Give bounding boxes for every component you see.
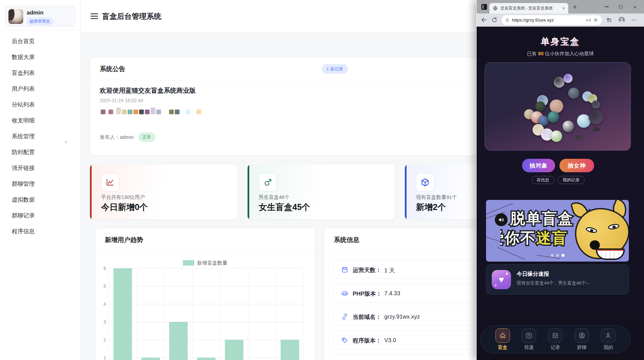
draw-partner-button[interactable]: 抽对象 (522, 159, 555, 172)
nav-label: 投递 (524, 344, 534, 351)
announcement-thumbnail (116, 108, 121, 114)
profile-avatar-icon[interactable] (618, 16, 625, 24)
my-records-button[interactable]: 我的记录 (557, 176, 585, 184)
nav-item-3[interactable]: 群聊 (575, 328, 589, 351)
member-avatar (589, 110, 603, 124)
promo-banner[interactable]: 脱单盲盒 爱你不迷盲 (486, 200, 629, 262)
favorites-hub-icon[interactable] (606, 17, 612, 23)
sidebar-item-12[interactable]: 程序信息 (0, 223, 80, 239)
member-count: 90 (538, 51, 544, 56)
system-info-row-4: 服务器IP： (333, 354, 474, 360)
tab-title: 交友盲盒系统 - 交友盲盒系统 (501, 5, 553, 11)
browser-tab[interactable]: 交友盲盒系统 - 交友盲盒系统 × (489, 3, 568, 13)
sidebar-item-3[interactable]: 用户列表 (0, 81, 80, 97)
gender-icon (259, 173, 277, 191)
announcement-thumbnails (100, 107, 201, 114)
bar-chart: 654321新增盲盒数量 (95, 229, 315, 360)
accent-bar (248, 164, 249, 219)
sidebar-item-8[interactable]: 强开链接 (0, 160, 80, 176)
address-bar[interactable]: https://grzy.91wx.xyz A (502, 15, 602, 25)
carousel-dot[interactable] (551, 254, 554, 257)
svg-text:爱你不迷盲: 爱你不迷盲 (500, 230, 568, 246)
more-options-icon[interactable] (631, 17, 637, 23)
browser-titlebar: 交友盲盒系统 - 交友盲盒系统 × + × (477, 0, 644, 13)
menu-toggle-icon[interactable] (90, 13, 98, 20)
favorite-star-icon[interactable] (593, 18, 598, 23)
php-icon: php (341, 290, 348, 297)
url-text[interactable]: https://grzy.91wx.xyz (512, 18, 554, 23)
close-button[interactable]: × (628, 0, 642, 13)
nav-label: 我的 (604, 344, 613, 351)
stat-card-0[interactable]: 平台共有130位用户 今日新增0个 (90, 164, 237, 219)
doge-illustration (570, 201, 629, 262)
daily-report-card[interactable]: ♥ 今日缘分速报 现有女生盲盒44个，男生盲盒46个~ (486, 264, 629, 295)
nav-item-0[interactable]: 盲盒 (495, 328, 510, 351)
nav-item-4[interactable]: 我的 (601, 328, 615, 351)
stat-small-text: 现有盲盒数量91个 (416, 194, 457, 201)
minimize-button[interactable] (600, 0, 614, 13)
stat-big-text: 今日新增0个 (101, 202, 148, 213)
sidebar-item-10[interactable]: 虚拟数据 (0, 192, 80, 208)
sidebar-item-9[interactable]: 群聊管理 (0, 176, 80, 192)
carousel-dot-active[interactable] (561, 254, 565, 257)
stat-small-text: 平台共有130位用户 (101, 194, 145, 201)
system-info-title: 系统信息 (334, 236, 359, 244)
home-icon (495, 328, 510, 343)
announcement-thumbnail (151, 108, 155, 114)
sidebar-item-1[interactable]: 数据大屏 (0, 49, 80, 65)
tab-close-icon[interactable]: × (562, 6, 565, 11)
member-avatar (564, 74, 573, 83)
vertical-tabs-icon[interactable] (481, 4, 487, 10)
browser-window: 交友盲盒系统 - 交友盲盒系统 × + × https://grzy.91wx.… (476, 0, 644, 360)
draw-goddess-button[interactable]: 抽女神 (559, 159, 594, 172)
refresh-icon[interactable] (491, 17, 497, 23)
svg-text:3: 3 (103, 319, 106, 325)
read-aloud-icon[interactable]: A (586, 18, 591, 23)
svg-text:5: 5 (103, 283, 106, 289)
user-icon (601, 328, 615, 343)
sidebar-item-7[interactable]: 防封配置 (0, 144, 80, 160)
carousel-dot[interactable] (556, 254, 559, 257)
announcement-title: 系统公告 (100, 65, 125, 73)
window-controls: × (600, 0, 642, 13)
heart-icon: ♥ (492, 270, 511, 289)
announcement-thumbnail (169, 110, 174, 114)
member-avatar (574, 135, 584, 140)
sidebar-item-11[interactable]: 群聊记录 (0, 208, 80, 223)
info-value: V3.0 (384, 337, 396, 344)
nav-item-2[interactable]: 记录 (548, 328, 562, 351)
sidebar-item-4[interactable]: 分站列表 (0, 97, 80, 113)
globe-favicon-icon (493, 6, 498, 11)
back-icon[interactable] (481, 17, 487, 23)
page-title: 盲盒后台管理系统 (102, 11, 161, 22)
sidebar-item-5[interactable]: 收支明细 (0, 113, 80, 128)
svg-text:2: 2 (103, 337, 106, 342)
divider (0, 30, 80, 30)
announcement-post-title[interactable]: 欢迎使用蓝猫交友盲盒系统商业版 (100, 86, 196, 95)
lock-icon[interactable] (505, 18, 510, 22)
stat-card-1[interactable]: 男生盲盒46个 女生盲盒45个 (248, 164, 394, 219)
stat-big-text: 女生盲盒45个 (259, 202, 310, 213)
announcement-thumbnail (128, 110, 132, 114)
line-chart-icon (101, 173, 119, 191)
user-card[interactable]: admin 超级管理员 (5, 6, 75, 27)
system-info-row-2: 当前域名： grzy.91wx.xyz (333, 307, 474, 326)
info-label: 程序版本： (353, 337, 381, 344)
sidebar-item-0[interactable]: 后台首页 (0, 33, 80, 49)
nav-label: 群聊 (577, 344, 586, 351)
maximize-button[interactable] (614, 0, 628, 13)
member-avatar (551, 130, 562, 142)
chevron-right-icon[interactable]: › (65, 139, 67, 145)
calendar-icon (341, 266, 348, 273)
webpage-content: 单身宝盒 已有 90 位小伙伴加入心动星球 抽对象 抽女神 存信息 我的记录 脱… (477, 27, 644, 360)
sidebar-item-6[interactable]: 系统管理 (0, 128, 80, 144)
save-info-button[interactable]: 存信息 (532, 176, 554, 184)
avatar-sphere[interactable] (485, 62, 631, 151)
info-label: 运营天数： (353, 266, 381, 274)
sidebar-item-2[interactable]: 盲盒列表 (0, 65, 80, 81)
announcement-thumbnail (175, 110, 180, 114)
system-info-card: 系统信息 运营天数： 1 天php PHP版本： 7.4.33 当前域名： gr… (324, 229, 483, 360)
report-title: 今日缘分速报 (517, 271, 549, 278)
nav-item-1[interactable]: 投递 (522, 328, 536, 351)
new-tab-button[interactable]: + (573, 3, 577, 11)
